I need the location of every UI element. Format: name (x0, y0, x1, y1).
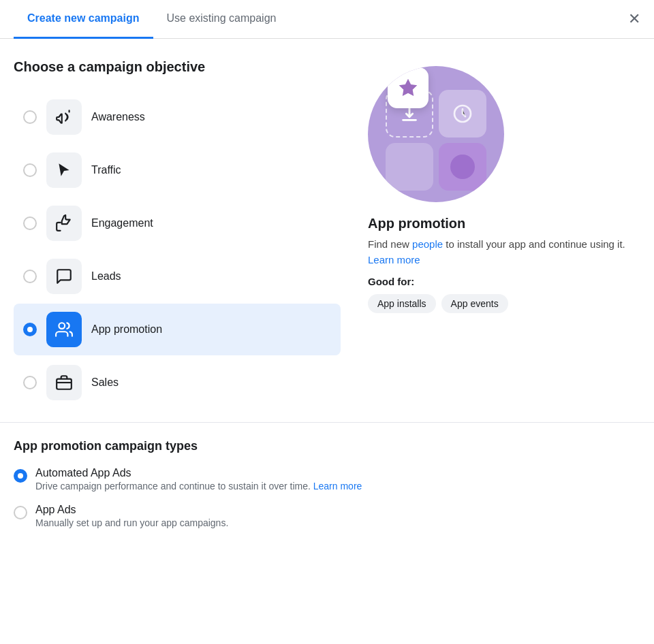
radio-awareness[interactable] (23, 110, 37, 124)
promo-desc: Find new people to install your app and … (368, 237, 640, 268)
app-tile-plain (386, 143, 433, 191)
label-traffic: Traffic (91, 164, 121, 176)
radio-traffic[interactable] (23, 163, 37, 177)
radio-engagement[interactable] (23, 216, 37, 230)
tab-existing[interactable]: Use existing campaign (153, 0, 290, 39)
radio-app-promotion[interactable] (23, 323, 37, 336)
automated-text: Automated App Ads Drive campaign perform… (35, 467, 362, 492)
label-app-promotion: App promotion (91, 323, 162, 336)
radio-automated[interactable] (14, 469, 27, 483)
campaign-type-automated[interactable]: Automated App Ads Drive campaign perform… (14, 467, 640, 492)
desc-text-1: Find new (368, 238, 412, 250)
megaphone-icon (55, 108, 73, 126)
label-engagement: Engagement (91, 217, 153, 229)
tag-app-installs: App installs (368, 294, 436, 313)
label-leads: Leads (91, 270, 121, 283)
main-content: Choose a campaign objective Awareness (0, 39, 654, 422)
automated-desc: Drive campaign performance and continue … (35, 481, 362, 492)
campaign-types-section: App promotion campaign types Automated A… (0, 422, 654, 557)
app-tile-clock (439, 90, 486, 138)
icon-box-sales (46, 365, 82, 400)
icon-box-engagement (46, 206, 82, 241)
automated-learn-more[interactable]: Learn more (313, 481, 362, 492)
desc-text-2: to install your app and continue using i… (443, 238, 625, 250)
app-tile-circle (439, 143, 486, 191)
right-panel: App promotion Find new people to install… (368, 59, 640, 408)
objective-item-engagement[interactable]: Engagement (14, 197, 341, 249)
star-icon (397, 77, 419, 99)
objectives-panel: Choose a campaign objective Awareness (14, 59, 341, 408)
tabs-bar: Create new campaign Use existing campaig… (0, 0, 654, 39)
section-title: Choose a campaign objective (14, 59, 341, 75)
objective-item-app-promotion[interactable]: App promotion (14, 304, 341, 355)
objective-item-traffic[interactable]: Traffic (14, 144, 341, 196)
briefcase-icon (55, 374, 73, 391)
tags-container: App installs App events (368, 294, 640, 313)
objective-item-leads[interactable]: Leads (14, 251, 341, 302)
cursor-icon (55, 161, 73, 179)
desc-people-link[interactable]: people (412, 238, 443, 250)
radio-manual[interactable] (14, 506, 27, 519)
close-button[interactable]: ✕ (628, 12, 640, 27)
label-sales: Sales (91, 376, 119, 389)
manual-text: App Ads Manually set up and run your app… (35, 504, 228, 528)
radio-sales[interactable] (23, 376, 37, 389)
label-awareness: Awareness (91, 111, 145, 123)
automated-label: Automated App Ads (35, 467, 362, 479)
thumbsup-icon (55, 214, 73, 232)
chat-icon (55, 268, 73, 285)
objective-item-sales[interactable]: Sales (14, 357, 341, 408)
promo-illustration (368, 66, 504, 202)
good-for-label: Good for: (368, 276, 640, 287)
manual-desc: Manually set up and run your app campaig… (35, 517, 228, 528)
star-card (388, 67, 429, 108)
learn-more-link[interactable]: Learn more (368, 254, 420, 265)
campaign-types-title: App promotion campaign types (14, 439, 640, 453)
clock-icon (452, 103, 473, 125)
icon-box-awareness (46, 99, 82, 135)
svg-rect-1 (57, 379, 72, 389)
people-icon (55, 321, 73, 338)
objective-list: Awareness Traffic (14, 91, 341, 408)
icon-box-traffic (46, 152, 82, 188)
manual-label: App Ads (35, 504, 228, 516)
campaign-type-manual[interactable]: App Ads Manually set up and run your app… (14, 504, 640, 528)
tag-app-events: App events (441, 294, 508, 313)
promo-title: App promotion (368, 216, 640, 231)
svg-point-0 (59, 323, 65, 329)
automated-desc-text: Drive campaign performance and continue … (35, 481, 313, 492)
radio-leads[interactable] (23, 270, 37, 283)
icon-box-app-promotion (46, 312, 82, 347)
tab-create-new[interactable]: Create new campaign (14, 0, 153, 39)
objective-item-awareness[interactable]: Awareness (14, 91, 341, 143)
icon-box-leads (46, 259, 82, 294)
